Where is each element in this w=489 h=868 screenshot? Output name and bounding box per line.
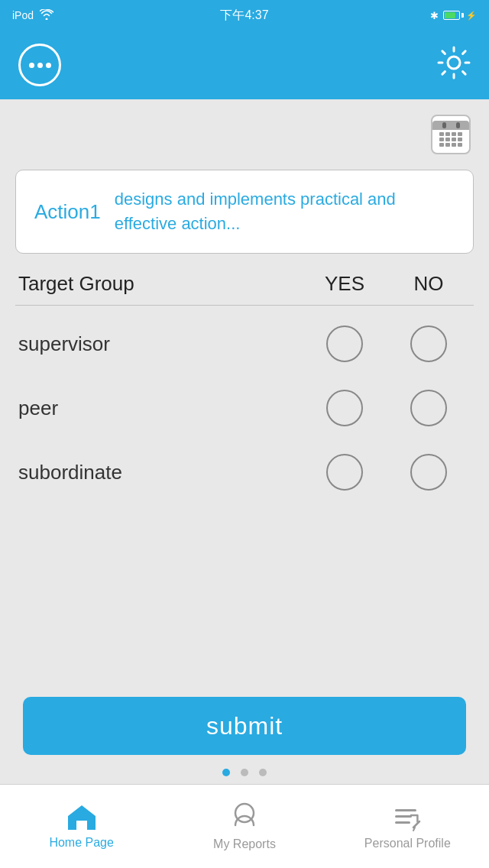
settings-icon[interactable] bbox=[437, 46, 471, 84]
svg-rect-4 bbox=[395, 821, 410, 824]
peer-label: peer bbox=[18, 397, 303, 420]
yes-column-header: YES bbox=[303, 272, 387, 296]
svg-point-0 bbox=[448, 57, 460, 69]
no-column-header: NO bbox=[387, 272, 471, 296]
chat-dot-1 bbox=[29, 63, 34, 68]
status-bar: iPod 下午4:37 ✱ ⚡ bbox=[0, 0, 489, 31]
nav-bar bbox=[0, 31, 489, 99]
home-icon bbox=[66, 804, 97, 831]
page-dots bbox=[23, 769, 466, 776]
tab-home-label: Home Page bbox=[49, 836, 114, 850]
tab-profile-label: Personal Profile bbox=[364, 837, 451, 850]
subordinate-label: subordinate bbox=[18, 461, 303, 484]
action-label: Action1 bbox=[34, 200, 101, 224]
device-label: iPod bbox=[12, 9, 34, 21]
cal-cell bbox=[439, 132, 444, 136]
bluetooth-icon: ✱ bbox=[430, 10, 439, 21]
action-card: Action1 designs and implements practical… bbox=[15, 170, 474, 254]
calendar-button[interactable] bbox=[428, 112, 474, 157]
calendar-row bbox=[15, 112, 474, 157]
status-left: iPod bbox=[12, 9, 53, 22]
page-dot-1 bbox=[222, 769, 230, 776]
main-content: Action1 designs and implements practical… bbox=[0, 99, 489, 517]
profile-icon bbox=[392, 803, 423, 832]
submit-button[interactable]: submit bbox=[23, 697, 466, 755]
svg-rect-3 bbox=[395, 815, 412, 818]
target-row-subordinate: subordinate bbox=[15, 440, 474, 504]
peer-no-radio[interactable] bbox=[410, 390, 447, 426]
reports-icon bbox=[230, 802, 259, 833]
peer-radio-group bbox=[303, 390, 471, 426]
calendar-icon bbox=[431, 115, 471, 154]
supervisor-yes-radio[interactable] bbox=[326, 326, 363, 362]
status-right: ✱ ⚡ bbox=[430, 10, 477, 21]
cal-ring-right bbox=[456, 122, 460, 128]
target-row-supervisor: supervisor bbox=[15, 312, 474, 376]
supervisor-no-radio[interactable] bbox=[410, 326, 447, 362]
action-description: designs and implements practical and eff… bbox=[115, 187, 455, 236]
page-dot-2 bbox=[241, 769, 248, 776]
tab-home[interactable]: Home Page bbox=[0, 796, 163, 857]
chat-dot-2 bbox=[37, 63, 43, 68]
submit-area: submit bbox=[0, 682, 489, 784]
battery-indicator: ⚡ bbox=[443, 11, 477, 21]
status-time: 下午4:37 bbox=[220, 8, 268, 24]
tab-reports[interactable]: My Reports bbox=[163, 795, 325, 859]
target-row-peer: peer bbox=[15, 376, 474, 440]
page-dot-3 bbox=[259, 769, 267, 776]
tab-reports-label: My Reports bbox=[213, 837, 276, 851]
wifi-icon bbox=[40, 9, 53, 22]
svg-rect-2 bbox=[395, 809, 416, 811]
chat-bubble-icon[interactable] bbox=[18, 44, 61, 86]
target-group-header: Target Group YES NO bbox=[15, 272, 474, 296]
peer-yes-radio[interactable] bbox=[326, 390, 363, 426]
subordinate-radio-group bbox=[303, 454, 471, 491]
cal-ring-left bbox=[442, 122, 446, 128]
target-group-title: Target Group bbox=[18, 272, 303, 296]
tab-profile[interactable]: Personal Profile bbox=[326, 795, 489, 858]
supervisor-radio-group bbox=[303, 326, 471, 362]
chat-dot-3 bbox=[46, 63, 51, 68]
supervisor-label: supervisor bbox=[18, 332, 303, 356]
subordinate-yes-radio[interactable] bbox=[326, 454, 363, 491]
svg-line-5 bbox=[413, 821, 419, 828]
divider bbox=[15, 305, 474, 306]
subordinate-no-radio[interactable] bbox=[410, 454, 447, 491]
tab-bar: Home Page My Reports Personal Profile bbox=[0, 784, 489, 868]
